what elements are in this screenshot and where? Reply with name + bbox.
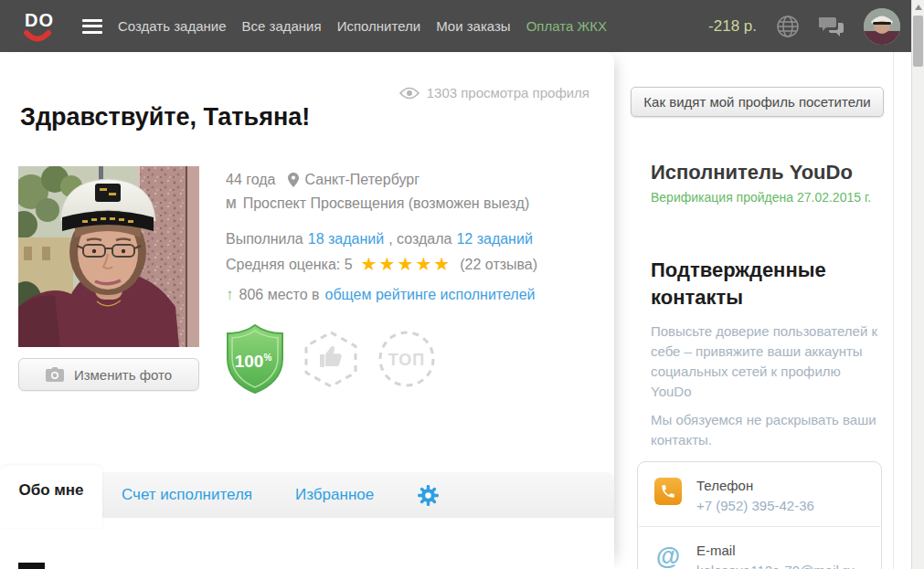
metro-station: Проспект Просвещения (возможен выезд) bbox=[243, 195, 530, 212]
profile-photo bbox=[18, 166, 199, 347]
confirmed-contacts-title: Подтвержденные контакты bbox=[651, 257, 870, 311]
email-label: E-mail bbox=[696, 543, 855, 558]
phone-label: Телефон bbox=[696, 478, 814, 493]
page-scrollbar[interactable] bbox=[911, 0, 924, 569]
logo-smile-icon bbox=[24, 30, 51, 43]
scrollbar-thumb[interactable] bbox=[913, 16, 923, 67]
badges-row: 100% ТОП bbox=[226, 324, 610, 394]
city-value: Санкт-Петербург bbox=[305, 172, 420, 188]
tasks-created-mid: , создала bbox=[388, 231, 451, 248]
tasks-done-link[interactable]: 18 заданий bbox=[308, 231, 384, 248]
messages-icon[interactable] bbox=[819, 16, 844, 37]
next-section-heading-fragment bbox=[18, 563, 45, 569]
logo-text: DO bbox=[25, 10, 54, 31]
rating-stars-icon: ★★★★★ bbox=[361, 255, 452, 273]
change-photo-button[interactable]: Изменить фото bbox=[18, 358, 199, 391]
view-profile-as-visitor-button[interactable]: Как видят мой профиль посетители bbox=[631, 87, 884, 117]
email-row: @ E-mail kolesova112a-70@mail.ru bbox=[638, 527, 881, 569]
email-value: kolesova112a-70@mail.ru bbox=[696, 563, 855, 569]
sidebar-right-divider bbox=[893, 52, 894, 569]
verification-status: Верификация пройдена 27.02.2015 г. bbox=[651, 190, 871, 205]
svg-text:ТОП: ТОП bbox=[388, 351, 426, 369]
account-balance[interactable]: -218 р. bbox=[708, 17, 757, 36]
email-at-icon: @ bbox=[654, 543, 682, 569]
tab-performer-account[interactable]: Счет исполнителя bbox=[122, 486, 252, 504]
top-performer-badge: ТОП bbox=[377, 330, 436, 388]
nav-my-orders[interactable]: Мои заказы bbox=[436, 18, 511, 34]
main-nav: Создать задание Все задания Исполнители … bbox=[118, 18, 607, 34]
profile-info: 44 года Санкт-Петербург М Проспект Просв… bbox=[226, 172, 610, 394]
settings-gear-icon[interactable] bbox=[417, 484, 440, 507]
profile-views-count: 1303 просмотра профиля bbox=[427, 85, 589, 100]
profile-views: 1303 просмотра профиля bbox=[356, 85, 589, 100]
user-avatar[interactable] bbox=[864, 8, 900, 45]
location-pin-icon bbox=[288, 173, 299, 187]
change-photo-label: Изменить фото bbox=[74, 367, 172, 383]
youdo-profile-page: DO Создать задание Все задания Исполните… bbox=[0, 0, 924, 569]
metro-icon: М bbox=[226, 196, 237, 211]
camera-icon bbox=[46, 367, 64, 382]
tab-favorites[interactable]: Избранное bbox=[295, 486, 374, 504]
phone-value: +7 (952) 395-42-36 bbox=[696, 498, 814, 513]
rating-reviews[interactable]: (22 отзыва) bbox=[460, 257, 537, 273]
nav-all-tasks[interactable]: Все задания bbox=[242, 18, 322, 34]
phone-row: Телефон +7 (952) 395-42-36 bbox=[638, 462, 881, 526]
rating-label: Средняя оценка: 5 bbox=[226, 257, 353, 273]
rank-rating-link[interactable]: общем рейтинге исполнителей bbox=[325, 287, 536, 303]
age-value: 44 года bbox=[226, 172, 276, 188]
tasks-done-prefix: Выполнила bbox=[226, 231, 303, 248]
top-navigation-bar: DO Создать задание Все задания Исполните… bbox=[0, 0, 911, 52]
youdo-logo[interactable]: DO bbox=[22, 8, 60, 45]
globe-icon[interactable] bbox=[776, 15, 800, 38]
phone-icon bbox=[654, 478, 682, 505]
nav-utilities-payment[interactable]: Оплата ЖКХ bbox=[526, 18, 607, 34]
thumbs-up-badge bbox=[302, 330, 360, 388]
nav-performers[interactable]: Исполнители bbox=[337, 18, 421, 34]
tab-about-me[interactable]: Обо мне bbox=[0, 466, 102, 528]
scrollbar-up-arrow[interactable] bbox=[915, 5, 922, 10]
menu-hamburger-icon[interactable] bbox=[82, 19, 102, 34]
rank-up-arrow-icon: ↑ bbox=[226, 286, 234, 304]
verified-100-shield-badge: 100% bbox=[226, 324, 284, 394]
eye-icon bbox=[399, 87, 420, 100]
contacts-privacy-text: Мы обязуемся не раскрывать ваши контакты… bbox=[651, 410, 877, 450]
tasks-created-link[interactable]: 12 заданий bbox=[456, 231, 532, 248]
performer-title: Исполнитель YouDo bbox=[651, 161, 853, 184]
page-title: Здравствуйте, Татьяна! bbox=[20, 103, 310, 132]
contacts-hint-text: Повысьте доверие пользователей к себе – … bbox=[651, 321, 877, 402]
rank-text: 806 место в bbox=[239, 287, 320, 303]
nav-create-task[interactable]: Создать задание bbox=[118, 18, 227, 34]
thumb-up-icon bbox=[320, 346, 342, 367]
contacts-card: Телефон +7 (952) 395-42-36 @ E-mail kole… bbox=[637, 461, 882, 569]
